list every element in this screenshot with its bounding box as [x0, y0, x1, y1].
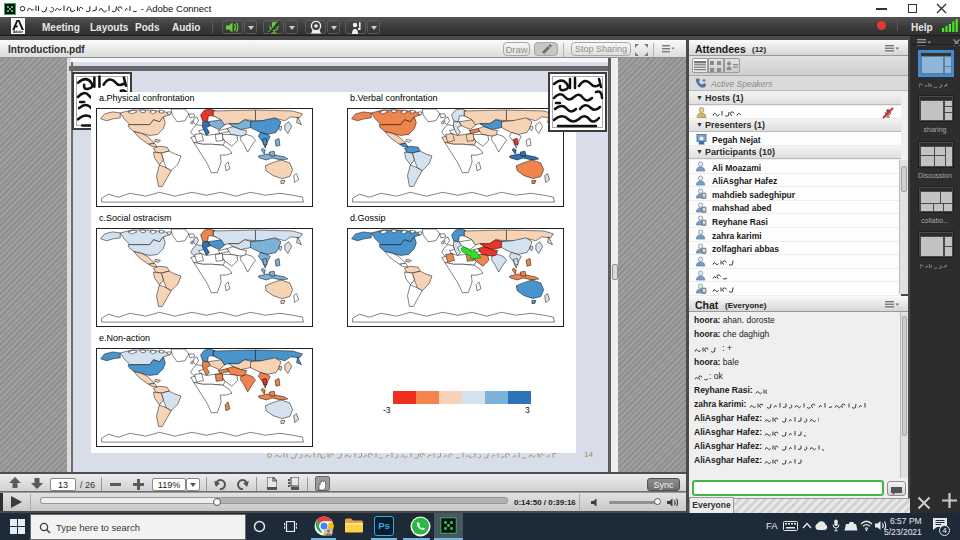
svg-text:Adobe: Adobe	[13, 30, 23, 34]
